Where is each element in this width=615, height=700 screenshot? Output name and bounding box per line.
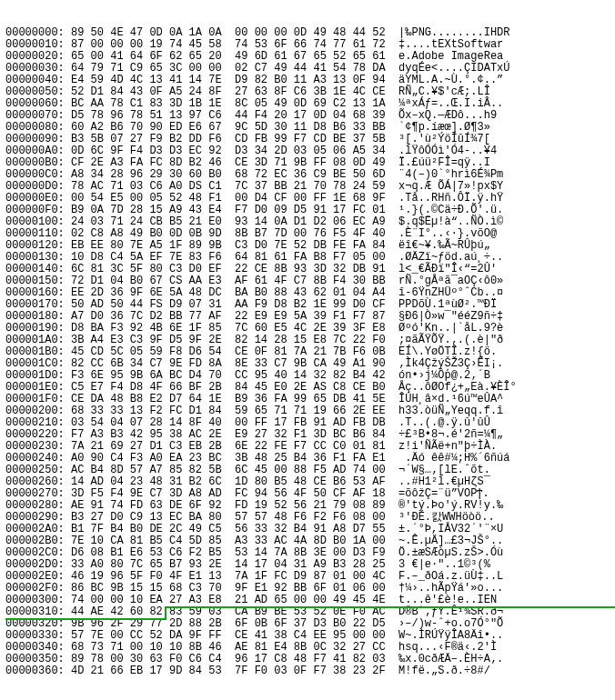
separator xyxy=(386,156,398,169)
separator xyxy=(386,570,398,583)
separator xyxy=(386,192,398,205)
separator xyxy=(386,629,398,642)
separator xyxy=(386,416,398,429)
ascii-cell: M!fë.„S.ð.÷8#/ xyxy=(398,665,490,677)
separator xyxy=(386,523,398,535)
separator xyxy=(386,275,398,287)
separator xyxy=(386,204,398,216)
separator xyxy=(386,239,398,252)
separator xyxy=(386,38,398,51)
separator xyxy=(386,298,398,311)
separator xyxy=(386,26,398,39)
separator xyxy=(386,381,398,394)
separator xyxy=(386,357,398,370)
separator xyxy=(386,286,398,299)
offset-cell: 00000360: xyxy=(5,665,65,677)
separator xyxy=(386,85,398,98)
separator xyxy=(386,133,398,145)
separator xyxy=(386,121,398,134)
hex-cell: 4D 21 66 EB 17 9D 84 53 7F F0 03 0F F7 3… xyxy=(65,665,386,677)
separator xyxy=(386,452,398,465)
separator xyxy=(386,345,398,358)
separator xyxy=(386,605,398,618)
hex-dump-viewer[interactable]: 00000000: 89 50 4E 47 0D 0A 1A 0A 00 00 … xyxy=(0,0,615,693)
separator xyxy=(386,74,398,86)
separator xyxy=(386,263,398,275)
separator xyxy=(386,50,398,63)
separator xyxy=(386,499,398,512)
separator xyxy=(386,641,398,654)
separator xyxy=(386,405,398,417)
hex-rows: 00000000: 89 50 4E 47 0D 0A 1A 0A 00 00 … xyxy=(5,27,610,677)
separator xyxy=(386,97,398,110)
separator xyxy=(386,535,398,547)
separator xyxy=(386,180,398,193)
separator xyxy=(386,594,398,606)
separator xyxy=(386,440,398,453)
separator xyxy=(386,322,398,335)
separator xyxy=(386,558,398,571)
separator xyxy=(386,334,398,346)
separator xyxy=(386,475,398,488)
separator xyxy=(386,251,398,264)
separator xyxy=(386,653,398,665)
separator xyxy=(386,145,398,157)
separator xyxy=(386,369,398,382)
separator xyxy=(386,168,398,181)
separator xyxy=(386,393,398,405)
separator xyxy=(386,109,398,122)
separator xyxy=(386,487,398,500)
separator xyxy=(386,428,398,441)
separator xyxy=(386,62,398,75)
separator xyxy=(386,227,398,240)
separator xyxy=(386,665,398,677)
separator xyxy=(386,617,398,630)
separator xyxy=(386,310,398,323)
separator xyxy=(386,582,398,595)
hex-row[interactable]: 00000360: 4D 21 66 EB 17 9D 84 53 7F F0 … xyxy=(5,665,610,677)
separator xyxy=(386,511,398,524)
separator xyxy=(386,464,398,476)
separator xyxy=(386,546,398,559)
separator xyxy=(386,215,398,228)
